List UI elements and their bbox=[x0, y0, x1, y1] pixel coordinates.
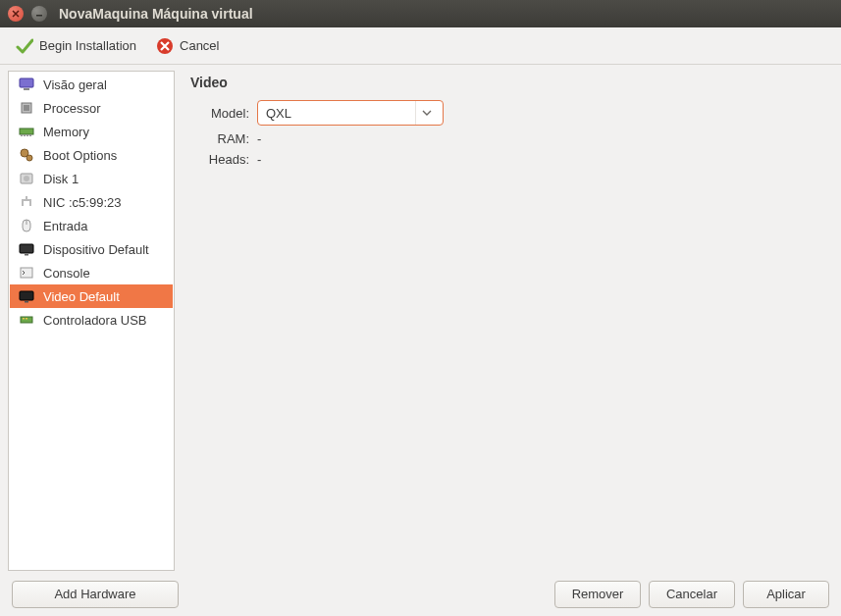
svg-rect-7 bbox=[21, 134, 23, 136]
model-label: Model: bbox=[190, 106, 249, 121]
toolbar: Begin Installation Cancel bbox=[0, 27, 841, 65]
sidebar-item-overview[interactable]: Visão geral bbox=[10, 73, 173, 96]
details-panel: Video Model: QXL RAM: - Heads: - bbox=[183, 71, 833, 571]
cpu-icon bbox=[18, 99, 35, 117]
gears-icon bbox=[18, 146, 35, 164]
hardware-sidebar: Visão geral Processor Memory Boot Option… bbox=[8, 71, 175, 571]
apply-button[interactable]: Aplicar bbox=[743, 581, 829, 608]
cancel-icon bbox=[156, 37, 174, 55]
titlebar: NovaMaquina Máquina virtual bbox=[0, 0, 841, 27]
sidebar-item-label: Video Default bbox=[43, 289, 120, 304]
sidebar-item-label: Processor bbox=[43, 101, 101, 116]
svg-rect-5 bbox=[24, 105, 29, 111]
svg-rect-8 bbox=[24, 134, 26, 136]
sidebar-item-memory[interactable]: Memory bbox=[10, 120, 173, 143]
heads-label: Heads: bbox=[190, 152, 249, 167]
svg-rect-3 bbox=[24, 88, 29, 90]
main-body: Visão geral Processor Memory Boot Option… bbox=[0, 65, 841, 571]
check-icon bbox=[16, 37, 33, 55]
sidebar-item-label: Console bbox=[43, 266, 90, 281]
sidebar-item-display-device[interactable]: Dispositivo Default bbox=[10, 237, 173, 261]
sidebar-item-label: Disk 1 bbox=[43, 172, 79, 186]
sidebar-item-label: Controladora USB bbox=[43, 313, 147, 328]
sidebar-item-nic[interactable]: NIC :c5:99:23 bbox=[10, 190, 173, 214]
remove-button[interactable]: Remover bbox=[554, 581, 641, 608]
sidebar-item-processor[interactable]: Processor bbox=[10, 96, 173, 120]
chevron-down-icon bbox=[415, 101, 437, 125]
footer: Add Hardware Remover Cancelar Aplicar bbox=[0, 571, 841, 616]
svg-point-14 bbox=[24, 176, 29, 181]
svg-rect-23 bbox=[23, 318, 25, 320]
svg-rect-24 bbox=[26, 318, 27, 320]
model-combo[interactable]: QXL bbox=[257, 100, 444, 126]
svg-rect-9 bbox=[26, 134, 28, 136]
monitor-icon bbox=[18, 76, 35, 93]
svg-rect-2 bbox=[20, 78, 33, 87]
window-title: NovaMaquina Máquina virtual bbox=[59, 6, 253, 22]
svg-rect-20 bbox=[20, 291, 33, 300]
sidebar-item-input[interactable]: Entrada bbox=[10, 214, 173, 237]
nic-icon bbox=[18, 193, 35, 211]
video-icon bbox=[18, 287, 35, 305]
sidebar-item-label: Visão geral bbox=[43, 77, 107, 92]
add-hardware-button[interactable]: Add Hardware bbox=[12, 581, 179, 608]
begin-installation-button[interactable]: Begin Installation bbox=[10, 34, 142, 58]
disk-icon bbox=[18, 170, 35, 187]
mouse-icon bbox=[18, 217, 35, 234]
display-device-icon bbox=[18, 240, 35, 258]
sidebar-item-boot-options[interactable]: Boot Options bbox=[10, 143, 173, 167]
sidebar-item-usb[interactable]: Controladora USB bbox=[10, 308, 173, 332]
cancel-installation-label: Cancel bbox=[180, 38, 219, 53]
window-minimize-button[interactable] bbox=[31, 6, 47, 22]
svg-rect-6 bbox=[20, 128, 33, 134]
sidebar-item-label: Boot Options bbox=[43, 148, 117, 163]
model-value: QXL bbox=[266, 106, 291, 121]
svg-rect-18 bbox=[25, 254, 28, 256]
sidebar-item-console[interactable]: Console bbox=[10, 261, 173, 284]
ram-icon bbox=[18, 123, 35, 140]
sidebar-item-label: Memory bbox=[43, 125, 89, 139]
heads-value: - bbox=[257, 152, 261, 167]
svg-rect-22 bbox=[21, 317, 32, 323]
window-close-button[interactable] bbox=[8, 6, 24, 22]
svg-rect-10 bbox=[29, 134, 31, 136]
cancel-button[interactable]: Cancelar bbox=[649, 581, 735, 608]
sidebar-item-video[interactable]: Video Default bbox=[10, 284, 173, 308]
ram-value: - bbox=[257, 131, 261, 146]
sidebar-item-label: Entrada bbox=[43, 219, 88, 233]
section-title: Video bbox=[190, 75, 825, 90]
sidebar-item-label: Dispositivo Default bbox=[43, 242, 149, 257]
svg-rect-0 bbox=[36, 15, 42, 17]
sidebar-item-disk1[interactable]: Disk 1 bbox=[10, 167, 173, 190]
svg-rect-17 bbox=[20, 244, 33, 253]
svg-rect-21 bbox=[25, 301, 28, 303]
ram-label: RAM: bbox=[190, 131, 249, 146]
svg-rect-19 bbox=[21, 268, 32, 278]
sidebar-item-label: NIC :c5:99:23 bbox=[43, 195, 122, 210]
usb-icon bbox=[18, 311, 35, 329]
begin-installation-label: Begin Installation bbox=[39, 38, 136, 53]
console-icon bbox=[18, 264, 35, 282]
cancel-installation-button[interactable]: Cancel bbox=[150, 34, 225, 58]
svg-point-12 bbox=[26, 155, 32, 161]
